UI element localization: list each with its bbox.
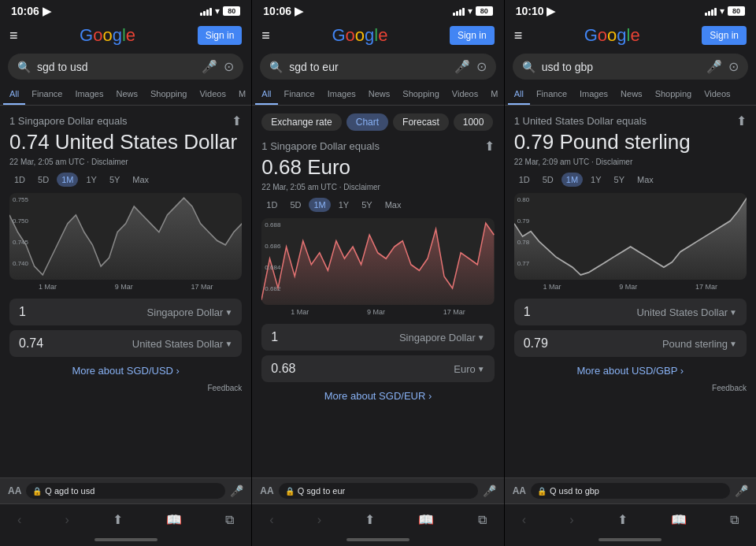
conv-currency-1[interactable]: United States Dollar ▼	[132, 338, 233, 350]
search-bar[interactable]: 🔍 sgd to usd 🎤 ⊙	[8, 54, 243, 80]
tabs-button[interactable]: ⧉	[472, 510, 493, 530]
time-btn-max[interactable]: Max	[380, 198, 406, 212]
time-btn-5y[interactable]: 5Y	[105, 173, 124, 187]
share-icon[interactable]: ⬆	[736, 113, 747, 128]
tab-shopping[interactable]: Shopping	[649, 84, 699, 105]
search-bar[interactable]: 🔍 sgd to eur 🎤 ⊙	[260, 54, 495, 80]
converter-row-1[interactable]: 0.79 Pound sterling ▼	[514, 330, 747, 357]
forward-button[interactable]: ›	[311, 510, 328, 530]
browser-mic-icon[interactable]: 🎤	[483, 485, 496, 497]
time-btn-1y[interactable]: 1Y	[334, 198, 354, 212]
browser-aa[interactable]: AA	[260, 485, 273, 496]
back-button[interactable]: ‹	[263, 510, 280, 530]
tab-news[interactable]: News	[614, 84, 649, 105]
filter-pill-chart[interactable]: Chart	[346, 113, 388, 131]
more-link-text[interactable]: More about SGD/EUR ›	[324, 390, 432, 402]
share-icon[interactable]: ⬆	[232, 113, 242, 128]
tab-images[interactable]: Images	[69, 84, 109, 105]
time-btn-1d[interactable]: 1D	[261, 198, 282, 212]
conv-currency-1[interactable]: Euro ▼	[454, 363, 484, 375]
converter-row-1[interactable]: 0.74 United States Dollar ▼	[9, 330, 242, 357]
converter-row-0[interactable]: 1 Singapore Dollar ▼	[9, 299, 242, 325]
more-link[interactable]: More about USD/GBP ›	[514, 363, 747, 377]
time-btn-1m[interactable]: 1M	[561, 173, 583, 187]
mic-icon[interactable]: 🎤	[706, 59, 722, 74]
tab-m[interactable]: M	[484, 84, 503, 105]
hamburger-menu[interactable]: ≡	[514, 28, 523, 44]
browser-url[interactable]: 🔒 Q usd to gbp	[531, 483, 730, 499]
browser-url[interactable]: 🔒 Q sgd to eur	[279, 483, 478, 499]
hamburger-menu[interactable]: ≡	[261, 28, 270, 44]
tab-m[interactable]: M	[232, 84, 251, 105]
tab-finance[interactable]: Finance	[278, 84, 321, 105]
search-bar[interactable]: 🔍 usd to gbp 🎤 ⊙	[513, 54, 748, 80]
tab-shopping[interactable]: Shopping	[144, 84, 194, 105]
time-btn-1m[interactable]: 1M	[57, 173, 78, 187]
lens-icon[interactable]: ⊙	[476, 59, 487, 74]
tab-all[interactable]: All	[508, 84, 530, 105]
browser-mic-icon[interactable]: 🎤	[230, 485, 243, 497]
time-btn-1d[interactable]: 1D	[514, 173, 535, 187]
tab-news[interactable]: News	[109, 84, 144, 105]
converter-row-1[interactable]: 0.68 Euro ▼	[261, 355, 494, 382]
sign-in-button[interactable]: Sign in	[450, 26, 495, 45]
tab-all[interactable]: All	[3, 84, 25, 105]
conv-currency-0[interactable]: United States Dollar ▼	[636, 306, 737, 318]
tabs-button[interactable]: ⧉	[219, 510, 240, 530]
tab-videos[interactable]: Videos	[446, 84, 484, 105]
bookmarks-button[interactable]: 📖	[412, 509, 440, 530]
hamburger-menu[interactable]: ≡	[9, 28, 18, 44]
time-btn-1m[interactable]: 1M	[309, 198, 330, 212]
share-nav-button[interactable]: ⬆	[358, 509, 381, 530]
tab-videos[interactable]: Videos	[193, 84, 232, 105]
back-button[interactable]: ‹	[11, 510, 28, 530]
time-btn-max[interactable]: Max	[632, 173, 658, 187]
time-btn-1d[interactable]: 1D	[9, 173, 30, 187]
lens-icon[interactable]: ⊙	[224, 59, 234, 74]
filter-pill-exchange-rate[interactable]: Exchange rate	[261, 113, 341, 131]
conv-currency-1[interactable]: Pound sterling ▼	[662, 338, 737, 350]
browser-aa[interactable]: AA	[513, 485, 526, 496]
back-button[interactable]: ‹	[516, 510, 532, 530]
tab-videos[interactable]: Videos	[698, 84, 736, 105]
more-link[interactable]: More about SGD/USD ›	[9, 363, 242, 377]
mic-icon[interactable]: 🎤	[202, 59, 217, 74]
more-link-text[interactable]: More about SGD/USD ›	[72, 365, 180, 377]
time-btn-max[interactable]: Max	[128, 173, 154, 187]
browser-url[interactable]: 🔒 Q agd to usd	[26, 483, 225, 499]
forward-button[interactable]: ›	[58, 510, 75, 530]
tab-all[interactable]: All	[255, 84, 277, 105]
converter-row-0[interactable]: 1 United States Dollar ▼	[514, 299, 747, 325]
share-icon[interactable]: ⬆	[484, 139, 495, 154]
converter-row-0[interactable]: 1 Singapore Dollar ▼	[261, 324, 494, 351]
sign-in-button[interactable]: Sign in	[198, 26, 243, 45]
sign-in-button[interactable]: Sign in	[702, 26, 747, 45]
tab-shopping[interactable]: Shopping	[396, 84, 446, 105]
filter-pill-1000[interactable]: 1000	[454, 113, 494, 131]
forward-button[interactable]: ›	[563, 510, 580, 530]
conv-currency-0[interactable]: Singapore Dollar ▼	[147, 306, 233, 318]
time-btn-5y[interactable]: 5Y	[610, 173, 629, 187]
tab-images[interactable]: Images	[573, 84, 614, 105]
time-btn-5d[interactable]: 5D	[285, 198, 306, 212]
tab-news[interactable]: News	[362, 84, 397, 105]
time-btn-5y[interactable]: 5Y	[357, 198, 376, 212]
time-btn-1y[interactable]: 1Y	[81, 173, 101, 187]
browser-mic-icon[interactable]: 🎤	[735, 485, 748, 497]
time-btn-5d[interactable]: 5D	[33, 173, 54, 187]
lens-icon[interactable]: ⊙	[728, 59, 739, 74]
filter-pill-forecast[interactable]: Forecast	[393, 113, 449, 131]
time-btn-5d[interactable]: 5D	[538, 173, 558, 187]
conv-currency-0[interactable]: Singapore Dollar ▼	[399, 332, 485, 344]
mic-icon[interactable]: 🎤	[454, 59, 470, 74]
time-btn-1y[interactable]: 1Y	[586, 173, 606, 187]
share-nav-button[interactable]: ⬆	[106, 509, 129, 530]
more-link[interactable]: More about SGD/EUR ›	[261, 388, 494, 403]
bookmarks-button[interactable]: 📖	[665, 509, 693, 530]
browser-aa[interactable]: AA	[8, 485, 21, 496]
tab-images[interactable]: Images	[321, 84, 362, 105]
tabs-button[interactable]: ⧉	[724, 510, 745, 530]
tab-finance[interactable]: Finance	[25, 84, 69, 105]
more-link-text[interactable]: More about USD/GBP ›	[577, 365, 684, 377]
share-nav-button[interactable]: ⬆	[611, 509, 634, 530]
